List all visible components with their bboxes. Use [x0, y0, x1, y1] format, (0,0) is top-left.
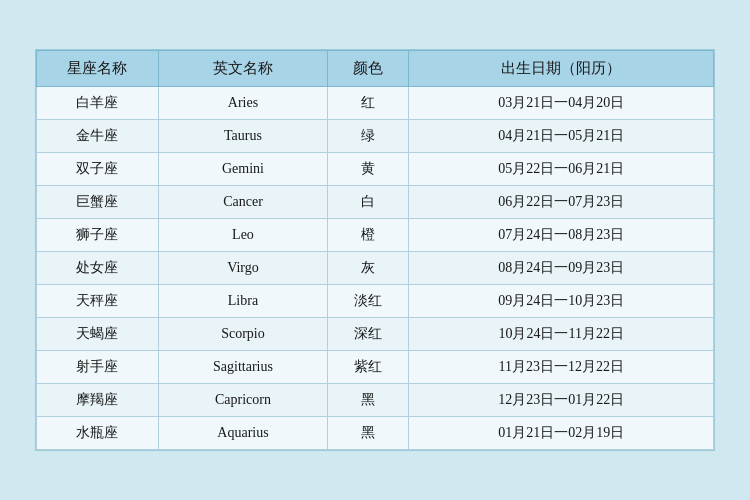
cell-chinese: 天秤座	[37, 285, 159, 318]
cell-dates: 03月21日一04月20日	[409, 87, 714, 120]
table-row: 处女座Virgo灰08月24日一09月23日	[37, 252, 714, 285]
table-row: 水瓶座Aquarius黑01月21日一02月19日	[37, 417, 714, 450]
cell-color: 绿	[328, 120, 409, 153]
cell-chinese: 双子座	[37, 153, 159, 186]
zodiac-table: 星座名称 英文名称 颜色 出生日期（阳历） 白羊座Aries红03月21日一04…	[36, 50, 714, 450]
cell-color: 橙	[328, 219, 409, 252]
table-row: 金牛座Taurus绿04月21日一05月21日	[37, 120, 714, 153]
cell-english: Sagittarius	[158, 351, 327, 384]
cell-chinese: 射手座	[37, 351, 159, 384]
cell-chinese: 处女座	[37, 252, 159, 285]
cell-color: 白	[328, 186, 409, 219]
cell-dates: 10月24日一11月22日	[409, 318, 714, 351]
table-row: 狮子座Leo橙07月24日一08月23日	[37, 219, 714, 252]
table-row: 天秤座Libra淡红09月24日一10月23日	[37, 285, 714, 318]
cell-dates: 09月24日一10月23日	[409, 285, 714, 318]
cell-dates: 11月23日一12月22日	[409, 351, 714, 384]
cell-english: Gemini	[158, 153, 327, 186]
cell-color: 黑	[328, 417, 409, 450]
cell-color: 红	[328, 87, 409, 120]
cell-chinese: 摩羯座	[37, 384, 159, 417]
cell-color: 黄	[328, 153, 409, 186]
cell-chinese: 狮子座	[37, 219, 159, 252]
cell-english: Leo	[158, 219, 327, 252]
zodiac-table-container: 星座名称 英文名称 颜色 出生日期（阳历） 白羊座Aries红03月21日一04…	[35, 49, 715, 451]
table-row: 射手座Sagittarius紫红11月23日一12月22日	[37, 351, 714, 384]
header-chinese: 星座名称	[37, 51, 159, 87]
cell-english: Cancer	[158, 186, 327, 219]
cell-color: 黑	[328, 384, 409, 417]
cell-english: Aquarius	[158, 417, 327, 450]
table-row: 巨蟹座Cancer白06月22日一07月23日	[37, 186, 714, 219]
cell-dates: 04月21日一05月21日	[409, 120, 714, 153]
cell-english: Taurus	[158, 120, 327, 153]
cell-english: Capricorn	[158, 384, 327, 417]
cell-dates: 07月24日一08月23日	[409, 219, 714, 252]
cell-color: 淡红	[328, 285, 409, 318]
header-date: 出生日期（阳历）	[409, 51, 714, 87]
cell-chinese: 白羊座	[37, 87, 159, 120]
cell-dates: 06月22日一07月23日	[409, 186, 714, 219]
table-row: 摩羯座Capricorn黑12月23日一01月22日	[37, 384, 714, 417]
cell-english: Scorpio	[158, 318, 327, 351]
cell-dates: 08月24日一09月23日	[409, 252, 714, 285]
cell-dates: 05月22日一06月21日	[409, 153, 714, 186]
table-row: 白羊座Aries红03月21日一04月20日	[37, 87, 714, 120]
table-row: 天蝎座Scorpio深红10月24日一11月22日	[37, 318, 714, 351]
header-color: 颜色	[328, 51, 409, 87]
cell-english: Virgo	[158, 252, 327, 285]
cell-chinese: 巨蟹座	[37, 186, 159, 219]
cell-english: Libra	[158, 285, 327, 318]
cell-chinese: 水瓶座	[37, 417, 159, 450]
cell-color: 深红	[328, 318, 409, 351]
cell-color: 灰	[328, 252, 409, 285]
cell-dates: 12月23日一01月22日	[409, 384, 714, 417]
header-english: 英文名称	[158, 51, 327, 87]
cell-dates: 01月21日一02月19日	[409, 417, 714, 450]
table-header-row: 星座名称 英文名称 颜色 出生日期（阳历）	[37, 51, 714, 87]
cell-color: 紫红	[328, 351, 409, 384]
cell-english: Aries	[158, 87, 327, 120]
cell-chinese: 天蝎座	[37, 318, 159, 351]
cell-chinese: 金牛座	[37, 120, 159, 153]
table-row: 双子座Gemini黄05月22日一06月21日	[37, 153, 714, 186]
